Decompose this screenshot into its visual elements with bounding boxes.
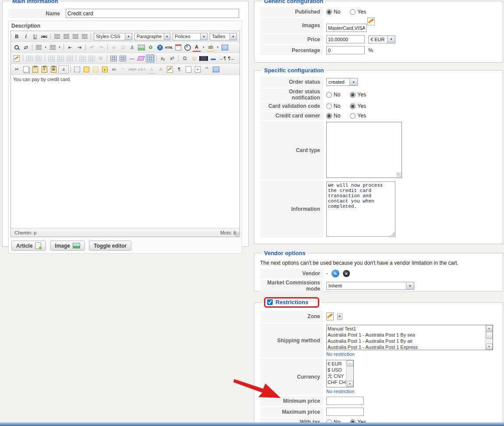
horizontal-rule-icon[interactable]: — xyxy=(127,54,136,63)
citation-icon[interactable]: “” xyxy=(119,65,127,74)
copy-icon[interactable] xyxy=(21,65,30,74)
currency-option[interactable]: $ USD xyxy=(328,367,346,373)
outdent-icon[interactable]: ⇤ xyxy=(66,43,74,52)
align-center-icon[interactable] xyxy=(62,32,70,41)
scroll-up-icon[interactable]: ▲ xyxy=(486,325,493,331)
rtl-icon[interactable]: ¶← xyxy=(227,54,236,63)
editor-resize-grip[interactable] xyxy=(235,232,239,236)
scroll-thumb[interactable] xyxy=(486,332,493,339)
currency-option[interactable]: € EUR xyxy=(328,361,346,367)
cut-icon[interactable]: ✂ xyxy=(12,65,21,74)
editor-content[interactable]: You can pay by credit card. xyxy=(11,75,240,228)
price-currency-select[interactable]: € EUR ▼ xyxy=(368,36,395,43)
insert-image-icon[interactable] xyxy=(137,43,146,52)
underline-icon[interactable]: U xyxy=(31,32,39,41)
currency-option[interactable]: 元 CNY xyxy=(328,373,346,379)
page-break-icon[interactable]: × xyxy=(193,65,202,74)
emoticon-icon[interactable]: ☺ xyxy=(190,54,198,63)
vendor-edit-icon[interactable]: ✎ xyxy=(331,270,339,277)
align-justify-icon[interactable] xyxy=(80,32,89,41)
sizes-select[interactable]: Tailles▼ xyxy=(210,33,237,40)
subscript-icon[interactable]: x₂ xyxy=(159,54,167,63)
redo-icon[interactable]: ↷ xyxy=(97,43,106,52)
currency-option[interactable]: CHF CHF xyxy=(328,379,346,385)
published-yes-radio[interactable] xyxy=(350,9,356,15)
shipping-method-option[interactable]: Australia Post 1 - Australia Post 1 By s… xyxy=(328,332,485,338)
scroll-down-icon[interactable]: ▼ xyxy=(486,344,493,350)
bold-icon[interactable]: B xyxy=(12,32,21,41)
insert-column-before-icon[interactable] xyxy=(78,54,87,63)
insert-date-icon[interactable] xyxy=(174,43,183,52)
order-status-notification-yes-radio[interactable] xyxy=(350,92,356,98)
name-input[interactable] xyxy=(66,9,239,18)
currency-scrollbar[interactable]: ▲ ▼ xyxy=(346,360,353,387)
shipping-method-option[interactable]: Australia Post 1 - Australia Post 1 By a… xyxy=(328,338,485,344)
published-no-radio[interactable] xyxy=(326,9,332,15)
highlight-color-icon[interactable]: ab xyxy=(206,43,215,52)
attributes-icon[interactable] xyxy=(166,65,174,74)
credit-card-owner-no-radio[interactable] xyxy=(326,113,332,119)
fullscreen-icon[interactable] xyxy=(220,43,229,52)
bullet-list-dropdown-icon[interactable]: ▾ xyxy=(43,43,48,52)
table-row-properties-icon[interactable] xyxy=(25,54,34,63)
bullet-list-icon[interactable] xyxy=(34,43,43,52)
cleanup-icon[interactable]: ♻ xyxy=(146,43,155,52)
align-left-icon[interactable] xyxy=(53,32,61,41)
link-icon[interactable]: ∞ xyxy=(109,43,118,52)
ltr-icon[interactable]: →¶ xyxy=(218,54,227,63)
insert-layer-icon[interactable] xyxy=(73,65,81,74)
help-icon[interactable]: ? xyxy=(155,43,164,52)
image-button[interactable]: Image xyxy=(50,241,85,251)
numbered-list-icon[interactable] xyxy=(48,43,57,52)
send-backward-icon[interactable] xyxy=(91,65,100,74)
paste-from-word-icon[interactable]: W xyxy=(49,65,58,74)
deletion-icon[interactable]: A xyxy=(156,65,165,74)
unlink-icon[interactable]: ∅ xyxy=(119,43,127,52)
card-validation-code-no-radio[interactable] xyxy=(326,103,332,109)
card-type-listbox[interactable] xyxy=(326,122,402,178)
visual-aid-icon[interactable] xyxy=(146,54,155,63)
styles-select[interactable]: Styles CSS▼ xyxy=(94,33,132,40)
order-status-notification-no-radio[interactable] xyxy=(326,92,332,98)
market-commissions-select[interactable]: Inherit ▼ xyxy=(326,282,414,290)
numbered-list-dropdown-icon[interactable]: ▾ xyxy=(57,43,62,52)
find-replace-icon[interactable]: ⇄ xyxy=(21,43,30,52)
select-all-icon[interactable]: a xyxy=(58,65,69,74)
insert-media-icon[interactable] xyxy=(199,54,208,63)
percentage-input[interactable] xyxy=(326,46,365,54)
vendor-remove-icon[interactable]: ✕ xyxy=(343,270,350,277)
insertion-icon[interactable]: A xyxy=(147,65,156,74)
iframe-icon[interactable] xyxy=(211,65,220,74)
table-cell-properties-icon[interactable] xyxy=(34,54,43,63)
insert-row-after-icon[interactable] xyxy=(56,54,65,63)
scroll-up-icon[interactable]: ▲ xyxy=(347,360,353,366)
shipping-no-restriction-link[interactable]: No restriction xyxy=(326,351,355,357)
bring-forward-icon[interactable] xyxy=(82,65,91,74)
maximum-price-input[interactable] xyxy=(326,408,364,416)
font-style-icon[interactable]: A4 xyxy=(109,65,118,74)
edit-css-style-icon[interactable] xyxy=(12,54,21,63)
table-properties-icon[interactable] xyxy=(118,54,127,63)
visual-characters-icon[interactable]: ¶ xyxy=(175,65,183,74)
delete-zone-icon[interactable] xyxy=(337,313,342,320)
edit-zone-icon[interactable] xyxy=(326,312,334,320)
abbreviation-icon[interactable]: ABBR xyxy=(128,65,137,74)
scroll-down-icon[interactable]: ▼ xyxy=(347,381,353,387)
insert-time-icon[interactable] xyxy=(183,43,192,52)
insert-table-icon[interactable] xyxy=(109,54,118,63)
indent-icon[interactable]: ⇥ xyxy=(75,43,84,52)
edit-images-icon[interactable] xyxy=(367,18,375,25)
advanced-hr-icon[interactable]: ▬ xyxy=(209,54,218,63)
insert-row-before-icon[interactable] xyxy=(47,54,56,63)
shipping-method-listbox[interactable]: Manual Test1Australia Post 1 - Australia… xyxy=(326,325,493,350)
remove-format-icon[interactable] xyxy=(137,54,145,63)
shipping-scrollbar[interactable]: ▲ ▼ xyxy=(485,325,493,350)
find-icon[interactable] xyxy=(12,43,21,52)
blockquote-icon[interactable]: “ xyxy=(202,65,211,74)
html-source-icon[interactable]: HTML xyxy=(165,43,173,52)
restrictions-checkbox[interactable] xyxy=(267,299,273,305)
text-color-icon[interactable]: A xyxy=(192,43,201,52)
paste-as-text-icon[interactable]: T xyxy=(40,65,49,74)
information-textarea[interactable]: We will now process the credit card tran… xyxy=(326,181,395,237)
preview-icon[interactable] xyxy=(184,65,193,74)
